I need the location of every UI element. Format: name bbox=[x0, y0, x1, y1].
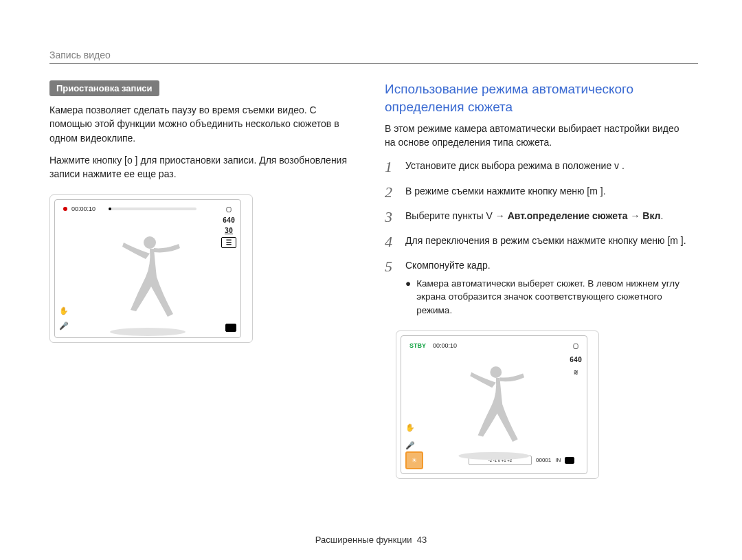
left-paragraph-2: Нажмите кнопку [o ] для приостановки зап… bbox=[49, 153, 352, 181]
section-title: Использование режима автоматического опр… bbox=[385, 80, 687, 115]
step-5: 5 Скомпонуйте кадр. ● Камера автоматичес… bbox=[385, 258, 687, 479]
step-3-bold2: Вкл bbox=[642, 210, 660, 221]
preview-figure bbox=[401, 336, 587, 461]
preview-figure bbox=[55, 200, 240, 337]
svg-point-3 bbox=[490, 366, 502, 378]
viewfinder-stby: STBY 00:00:10 640 ≋ bbox=[396, 331, 599, 479]
step-3-bold1: Авт.определение сюжета bbox=[508, 210, 628, 221]
page-footer: Расширенные функции 43 bbox=[0, 535, 742, 545]
step-3-between: → bbox=[628, 210, 643, 221]
svg-point-0 bbox=[110, 328, 186, 336]
bullet-dot-icon: ● bbox=[405, 277, 411, 317]
step-1: 1 Установите диск выбора режима в положе… bbox=[385, 159, 687, 175]
page-number: 43 bbox=[417, 535, 427, 545]
step-5-text: Скомпонуйте кадр. bbox=[405, 260, 491, 271]
step-3-suffix: . bbox=[660, 210, 663, 221]
step-2: 2 В режиме съемки нажмите кнопку меню [m… bbox=[385, 184, 687, 201]
left-paragraph-1: Камера позволяет сделать паузу во время … bbox=[49, 103, 352, 145]
viewfinder-recording: 00:00:10 640 30 bbox=[49, 194, 253, 343]
step-4: 4 Для переключения в режим съемки нажмит… bbox=[385, 234, 687, 250]
step-list: 1 Установите диск выбора режима в положе… bbox=[385, 159, 687, 479]
step-5-bullet-text: Камера автоматически выберет сюжет. В ле… bbox=[416, 277, 687, 317]
step-3-prefix: Выберите пункты V → bbox=[405, 210, 508, 221]
svg-point-1 bbox=[144, 236, 156, 249]
page-header: Запись видео bbox=[49, 49, 698, 64]
right-column: Использование режима автоматического опр… bbox=[385, 80, 687, 487]
footer-text: Расширенные функции bbox=[315, 535, 412, 545]
step-3: 3 Выберите пункты V → Авт.определение сю… bbox=[385, 209, 687, 225]
section-intro: В этом режиме камера автоматически выбир… bbox=[385, 122, 687, 149]
step-5-bullet: ● Камера автоматически выберет сюжет. В … bbox=[405, 277, 687, 317]
left-column: Приостановка записи Камера позволяет сде… bbox=[49, 80, 352, 487]
svg-point-2 bbox=[458, 452, 529, 460]
subheading-pause-recording: Приостановка записи bbox=[49, 80, 159, 96]
header-title: Запись видео bbox=[49, 49, 111, 60]
